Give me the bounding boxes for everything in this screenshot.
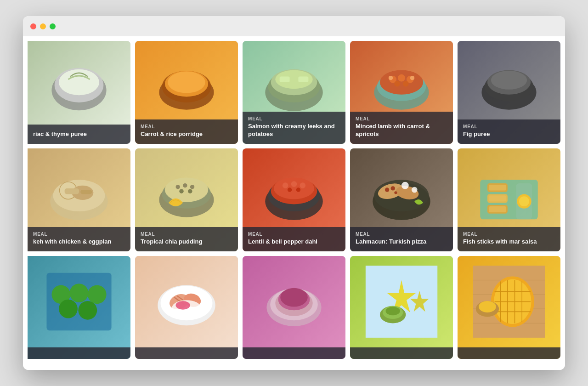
svg-point-73 (59, 300, 78, 318)
svg-point-58 (412, 187, 418, 193)
meal-card-lamb[interactable]: MEAL Minced lamb with carrot & apricots (350, 41, 453, 144)
meal-title: Carrot & rice porridge (141, 131, 232, 138)
meal-title: Tropical chia pudding (141, 238, 232, 246)
svg-point-72 (88, 285, 107, 304)
meal-card-peach[interactable] (135, 256, 238, 359)
svg-rect-32 (80, 190, 92, 194)
svg-point-49 (296, 187, 300, 192)
meal-label: MEAL (141, 232, 232, 237)
svg-point-36 (175, 185, 180, 189)
meal-overlay-lentil: MEAL Lentil & bell pepper dahl (243, 227, 345, 251)
svg-point-48 (288, 187, 292, 192)
meal-card-chia[interactable]: MEAL Tropical chia pudding (135, 148, 238, 251)
meal-card-lahmacun[interactable]: MEAL Lahmacun: Turkish pizza (350, 148, 453, 251)
svg-point-55 (390, 186, 395, 190)
meal-title: riac & thyme puree (33, 131, 125, 138)
svg-point-56 (394, 191, 397, 194)
svg-point-40 (188, 189, 192, 193)
meal-card-fishsticks[interactable]: MEAL Fish sticks with mar salsa (458, 148, 560, 251)
meal-overlay-chicken: MEAL keh with chicken & eggplan (28, 227, 130, 251)
meal-label: MEAL (463, 232, 555, 237)
svg-point-22 (410, 76, 414, 80)
meal-card-starfruit[interactable] (350, 256, 453, 359)
meal-overlay-salmon: MEAL Salmon with creamy leeks and potato… (243, 112, 345, 144)
meal-card-beet[interactable] (243, 256, 345, 359)
meal-title: Fig puree (463, 131, 555, 138)
meal-card-fig[interactable]: MEAL Fig puree (458, 41, 560, 144)
content-area[interactable]: riac & thyme puree MEAL Carrot & rice po… (23, 36, 565, 370)
svg-rect-63 (489, 185, 506, 191)
svg-point-74 (78, 301, 97, 320)
meal-label: MEAL (248, 232, 340, 237)
meal-overlay-fishsticks: MEAL Fish sticks with mar salsa (458, 227, 560, 251)
svg-rect-12 (298, 77, 308, 83)
svg-point-109 (479, 301, 496, 312)
svg-point-26 (491, 71, 527, 90)
meal-card-lentil[interactable]: MEAL Lentil & bell pepper dahl (243, 148, 345, 251)
meal-card-mango[interactable] (458, 256, 560, 359)
svg-rect-65 (489, 206, 506, 212)
meal-title: keh with chicken & eggplan (33, 238, 125, 246)
title-bar (23, 16, 565, 36)
meal-label: MEAL (33, 232, 125, 237)
svg-point-57 (401, 182, 409, 189)
svg-point-39 (179, 189, 183, 193)
minimize-button[interactable] (40, 23, 46, 29)
meal-overlay-mango (458, 347, 560, 359)
meal-title: Fish sticks with mar salsa (463, 238, 555, 246)
meal-card-salmon[interactable]: MEAL Salmon with creamy leeks and potato… (243, 41, 345, 144)
svg-point-37 (183, 183, 187, 187)
meal-overlay-chia: MEAL Tropical chia pudding (135, 227, 238, 251)
meal-title: Salmon with creamy leeks and potatoes (248, 123, 340, 138)
svg-point-47 (300, 182, 306, 188)
meal-label: MEAL (356, 116, 447, 121)
meal-title: Lentil & bell pepper dahl (248, 238, 340, 246)
meal-overlay-celeriac: riac & thyme puree (28, 125, 130, 144)
svg-point-21 (389, 76, 393, 80)
svg-point-68 (519, 196, 529, 206)
svg-point-82 (175, 301, 190, 310)
meal-overlay-peach (135, 347, 238, 359)
meal-card-celeriac[interactable]: riac & thyme puree (28, 41, 130, 144)
meal-overlay-carrot-rice: MEAL Carrot & rice porridge (135, 119, 238, 144)
svg-point-45 (283, 182, 288, 188)
svg-point-17 (398, 74, 405, 82)
meal-label: MEAL (141, 124, 232, 129)
svg-point-35 (165, 177, 208, 202)
svg-rect-31 (65, 188, 79, 194)
svg-point-46 (291, 181, 297, 187)
meal-label: MEAL (248, 116, 340, 121)
svg-point-38 (190, 185, 194, 189)
svg-point-15 (380, 70, 423, 94)
meal-overlay-starfruit (350, 347, 453, 359)
close-button[interactable] (30, 23, 36, 29)
meal-grid: riac & thyme puree MEAL Carrot & rice po… (28, 41, 560, 359)
browser-window: riac & thyme puree MEAL Carrot & rice po… (23, 16, 565, 370)
meal-title: Lahmacun: Turkish pizza (356, 238, 447, 246)
meal-overlay-beet (243, 347, 345, 359)
meal-label: MEAL (356, 232, 447, 237)
svg-point-71 (70, 284, 89, 302)
maximize-button[interactable] (50, 23, 56, 29)
meal-overlay-green-bites (28, 347, 130, 359)
svg-rect-64 (489, 196, 506, 202)
svg-point-44 (274, 177, 314, 199)
svg-point-19 (394, 81, 400, 87)
meal-card-chicken[interactable]: MEAL keh with chicken & eggplan (28, 148, 130, 251)
meal-label: MEAL (463, 124, 555, 129)
meal-title: Minced lamb with carrot & apricots (356, 123, 447, 138)
meal-overlay-fig: MEAL Fig puree (458, 119, 560, 144)
meal-card-green-bites[interactable] (28, 256, 130, 359)
meal-card-carrot-rice[interactable]: MEAL Carrot & rice porridge (135, 41, 238, 144)
meal-overlay-lamb: MEAL Minced lamb with carrot & apricots (350, 112, 453, 144)
svg-point-6 (168, 72, 205, 93)
svg-point-20 (403, 81, 409, 87)
svg-point-93 (386, 307, 400, 315)
svg-point-54 (385, 187, 389, 192)
svg-rect-11 (280, 77, 290, 83)
svg-point-87 (280, 288, 308, 307)
meal-overlay-lahmacun: MEAL Lahmacun: Turkish pizza (350, 227, 453, 251)
